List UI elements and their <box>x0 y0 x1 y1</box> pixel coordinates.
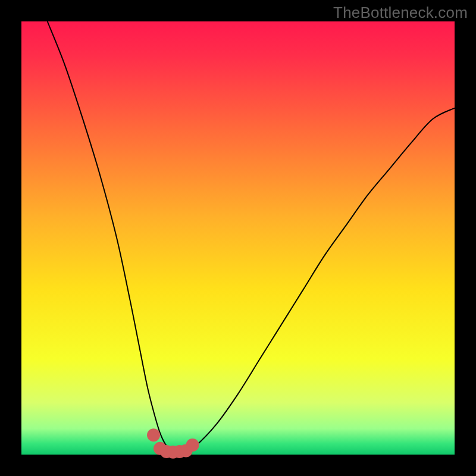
watermark-text: TheBottleneck.com <box>333 4 468 22</box>
minimum-marker <box>186 439 199 452</box>
bottleneck-chart <box>0 0 476 476</box>
plot-background <box>21 21 455 455</box>
chart-container: TheBottleneck.com <box>0 0 476 476</box>
minimum-marker <box>147 428 160 441</box>
